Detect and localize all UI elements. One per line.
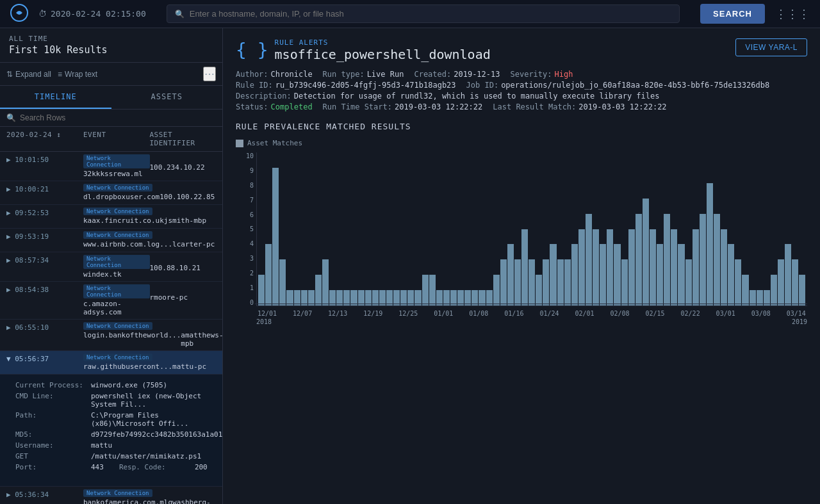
chart-bar — [671, 229, 677, 306]
chart-bar — [536, 275, 542, 305]
list-item[interactable]: ▶ 05:36:34 Network Connection bankofamer… — [0, 487, 222, 504]
expand-all-button[interactable]: ⇅ Expand all — [6, 70, 51, 79]
tab-assets[interactable]: ASSETS — [111, 86, 223, 109]
list-item[interactable]: ▶ 09:52:53 Network Connection kaax.fincr… — [0, 205, 222, 229]
chart-bar — [636, 214, 642, 305]
list-item[interactable]: ▶ 08:54:38 Network Connection c.amazon-a… — [0, 282, 222, 320]
search-icon: 🔍 — [175, 10, 184, 19]
detail-current-process: winword.exe (7505) — [91, 381, 167, 389]
rule-header: { } RULE ALERTS msoffice_powershell_down… — [236, 38, 807, 62]
status-val: Completed — [271, 102, 313, 111]
detail-resp-code: 200 — [195, 463, 208, 480]
created-val: 2019-12-13 — [454, 70, 500, 79]
main-layout: ALL TIME First 10k Results ⇅ Expand all … — [0, 28, 820, 504]
expand-toggle-icon: ▶ — [6, 286, 11, 294]
rule-id-key: Rule ID: — [236, 81, 273, 90]
event-badge: Network Connection — [83, 284, 150, 298]
list-item[interactable]: ▼ 05:56:37 Network Connection raw.github… — [0, 351, 222, 487]
expand-toggle-icon: ▼ — [6, 355, 11, 363]
severity-val: High — [555, 70, 573, 79]
author-val: Chronicle — [271, 70, 313, 79]
chart-bar — [792, 259, 798, 305]
chart-bar — [799, 275, 805, 305]
job-id-key: Job ID: — [466, 81, 499, 90]
clock-icon: ⏱ — [38, 9, 47, 19]
chart-bar — [550, 244, 556, 305]
chart-bar — [628, 229, 635, 306]
chart-bar — [521, 229, 528, 306]
prevalence-title: RULE PREVALENCE MATCHED RESULTS — [236, 122, 807, 131]
chart-bar — [728, 244, 734, 305]
chart-bar — [650, 229, 656, 306]
chart-bar — [586, 214, 592, 305]
detail-path: C:\Program Files (x86)\Microsoft Offi... — [91, 411, 215, 428]
legend-label: Asset Matches — [247, 139, 302, 147]
list-item[interactable]: ▶ 10:01:50 Network Connection 32kkkssrew… — [0, 152, 222, 181]
detail-md5: d9729feb74992cc3482b350163a1a010 — [91, 430, 222, 439]
more-options-button[interactable]: ⋯ — [203, 67, 216, 81]
event-value: raw.githubusercont... — [83, 362, 172, 371]
chart-bar — [578, 229, 585, 306]
expand-toggle-icon: ▶ — [6, 491, 11, 499]
tab-timeline[interactable]: TIMELINE — [0, 86, 111, 109]
left-panel: ALL TIME First 10k Results ⇅ Expand all … — [0, 28, 223, 504]
event-value: c.amazon-adsys.com — [83, 300, 150, 316]
meta-row-desc: Description: Detection for usage of rund… — [236, 92, 807, 101]
view-yaral-button[interactable]: VIEW YARA-L — [735, 38, 807, 56]
global-search-input[interactable] — [190, 9, 671, 19]
apps-grid-icon[interactable]: ⋮⋮⋮ — [775, 7, 810, 20]
chart-bar — [771, 275, 777, 305]
asset-identifier: rmoore-pc — [150, 284, 217, 302]
list-item[interactable]: ▶ 08:57:34 Network Connection windex.tk … — [0, 252, 222, 282]
asset-identifier: 100.234.10.22 — [150, 154, 217, 172]
event-badge: Network Connection — [83, 354, 152, 361]
col-date: 2020-02-24 ↕ — [6, 131, 83, 147]
chart-bar — [493, 275, 500, 305]
asset-identifier: lcarter-pc — [172, 231, 216, 248]
chart-legend: Asset Matches — [236, 139, 807, 147]
panel-tabs: TIMELINE ASSETS — [0, 86, 222, 110]
author-key: Author: — [236, 70, 268, 79]
detail-port: 443 — [91, 463, 104, 480]
col-asset: ASSET IDENTIFIER — [150, 131, 217, 147]
event-badge: Network Connection — [83, 489, 152, 497]
event-value: login.bankoftheworld... — [83, 331, 181, 339]
expand-icon: ⇅ — [6, 70, 13, 79]
wrap-icon: ≡ — [58, 70, 62, 79]
top-navigation: ⏱ 2020-02-24 02:15:00 🔍 SEARCH ⋮⋮⋮ — [0, 0, 820, 28]
prevalence-chart — [256, 152, 807, 306]
wrap-text-button[interactable]: ≡ Wrap text — [58, 70, 97, 79]
list-item[interactable]: ▶ 09:53:19 Network Connection www.airbnb… — [0, 229, 222, 252]
search-rows-input[interactable] — [20, 113, 116, 122]
chart-bar — [279, 259, 286, 305]
event-value: dl.dropboxuser.com — [83, 193, 160, 201]
chart-bar — [621, 259, 628, 305]
event-value: 32kkkssrewa.ml — [83, 170, 150, 178]
chart-bar — [614, 244, 620, 305]
chart-bar — [643, 199, 649, 305]
expand-toggle-icon: ▶ — [6, 232, 11, 241]
detail-cmd-line: powershell iex (new-Object System Fil... — [91, 392, 215, 409]
rule-title-area: { } RULE ALERTS msoffice_powershell_down… — [236, 38, 491, 62]
asset-identifier: 100.88.10.21 — [150, 255, 217, 272]
chart-y-axis: 10 9 8 7 6 5 4 3 2 1 0 — [236, 152, 254, 306]
list-item[interactable]: ▶ 10:00:21 Network Connection dl.dropbox… — [0, 181, 222, 205]
asset-identifier: amatthews-mpb — [181, 322, 222, 348]
expanded-event-details: Current Process: winword.exe (7505) CMD … — [0, 374, 222, 486]
list-item[interactable]: ▶ 06:55:10 Network Connection login.bank… — [0, 320, 222, 351]
chart-bar — [543, 259, 549, 305]
chart-bar — [742, 275, 748, 305]
section-label: RULE ALERTS — [275, 38, 491, 47]
meta-row-author: Author: Chronicle Run type: Live Run Cre… — [236, 70, 807, 79]
col-event: EVENT — [83, 131, 150, 147]
event-value: bankofamerica.com.ml — [83, 498, 168, 504]
detail-username: mattu — [91, 441, 112, 450]
asset-identifier: 100.100.22.85 — [160, 184, 216, 201]
year-label-right: 2019 — [792, 318, 807, 325]
meta-row-status: Status: Completed Run Time Start: 2019-0… — [236, 102, 807, 111]
asset-identifier: mattu-pc — [172, 354, 216, 371]
global-search-bar[interactable]: 🔍 — [167, 4, 680, 23]
search-button[interactable]: SEARCH — [700, 4, 765, 24]
last-match-key: Last Result Match: — [493, 102, 576, 111]
logo[interactable] — [10, 4, 28, 24]
